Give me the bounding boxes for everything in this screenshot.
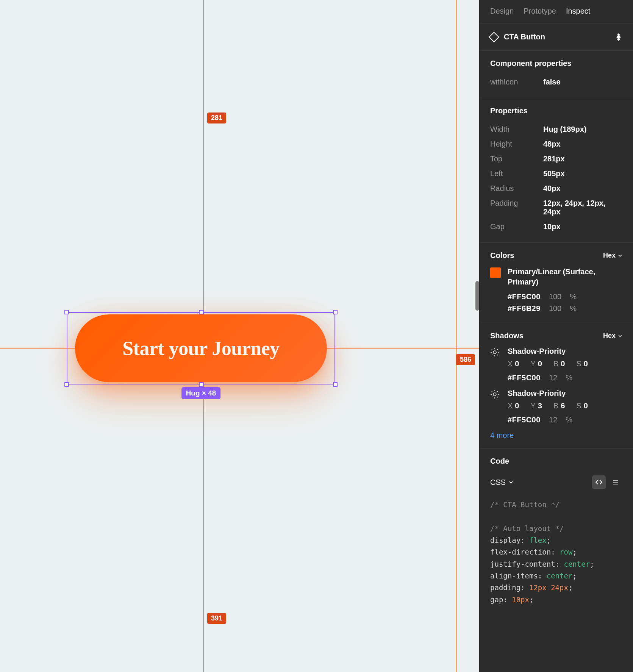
distance-badge-top: 281 xyxy=(207,113,226,123)
shadows-show-more[interactable]: 4 more xyxy=(490,431,622,440)
property-value: 281px xyxy=(543,155,622,163)
svg-point-0 xyxy=(493,351,496,354)
distance-badge-right: 586 xyxy=(456,354,475,365)
color-opacity: 100 xyxy=(549,292,561,301)
property-value: false xyxy=(543,78,622,86)
section-title: Colors xyxy=(490,251,514,260)
property-key: withIcon xyxy=(490,78,543,86)
section-title: Properties xyxy=(490,106,622,115)
property-key: Radius xyxy=(490,184,543,193)
property-value: 10px xyxy=(543,222,622,231)
selected-element-name: CTA Button xyxy=(504,33,609,41)
property-row[interactable]: Top281px xyxy=(490,152,622,166)
resize-handle-bm[interactable] xyxy=(199,382,203,387)
color-unit: % xyxy=(570,292,577,301)
property-key: Left xyxy=(490,169,543,178)
effect-icon xyxy=(490,348,501,384)
component-tree-icon[interactable] xyxy=(615,33,622,41)
section-properties: Properties WidthHug (189px)Height48pxTop… xyxy=(480,98,633,243)
property-row[interactable]: Height48px xyxy=(490,137,622,152)
effect-icon xyxy=(490,390,501,426)
section-title: Shadows xyxy=(490,331,524,340)
selection-size-badge: Hug × 48 xyxy=(181,387,221,399)
shadow-color: #FF5C0012% xyxy=(508,414,622,426)
svg-line-16 xyxy=(492,397,492,397)
shadow-color: #FF5C0012% xyxy=(508,372,622,384)
section-title: Component properties xyxy=(490,59,622,68)
chevron-down-icon xyxy=(618,253,622,258)
section-component-properties: Component properties withIconfalse xyxy=(480,51,633,98)
code-view-icon[interactable] xyxy=(592,475,606,489)
resize-handle-tm[interactable] xyxy=(199,310,203,314)
svg-line-5 xyxy=(492,349,492,350)
svg-line-14 xyxy=(492,391,492,392)
svg-point-9 xyxy=(493,393,496,396)
property-row[interactable]: withIconfalse xyxy=(490,75,622,89)
svg-line-15 xyxy=(497,397,498,397)
property-row[interactable]: Radius40px xyxy=(490,181,622,196)
design-canvas[interactable]: 281 586 391 Start your Journey Hug × 48 xyxy=(0,0,479,672)
code-block[interactable]: /* CTA Button */ /* Auto layout */ displ… xyxy=(490,499,622,606)
component-icon xyxy=(489,31,499,42)
shadow-item[interactable]: Shadow-PriorityX0Y0B0S0#FF5C0012% xyxy=(490,347,622,384)
property-row[interactable]: Padding12px, 24px, 12px, 24px xyxy=(490,196,622,219)
property-key: Height xyxy=(490,140,543,148)
color-style-name: Primary/Linear (Surface, Primary) xyxy=(508,267,622,287)
shadow-format-dropdown[interactable]: Hex xyxy=(603,332,622,340)
property-key: Top xyxy=(490,155,543,163)
property-value: 48px xyxy=(543,140,622,148)
color-hex: #FF6B29 xyxy=(508,304,541,313)
property-value: 40px xyxy=(543,184,622,193)
color-stop[interactable]: #FF5C00100% xyxy=(508,291,622,303)
color-swatch xyxy=(490,267,501,278)
chevron-down-icon xyxy=(618,334,622,338)
tab-prototype[interactable]: Prototype xyxy=(524,7,556,16)
cta-button-label: Start your Journey xyxy=(122,337,280,359)
shadow-xybs: X0Y0B0S0 xyxy=(508,359,622,368)
section-title: Code xyxy=(490,457,509,466)
color-format-value: Hex xyxy=(603,252,616,259)
property-key: Gap xyxy=(490,222,543,231)
code-language-value: CSS xyxy=(490,478,506,487)
tab-design[interactable]: Design xyxy=(490,7,514,16)
section-code: Code CSS /* CTA Button */ /* Auto layout… xyxy=(480,449,633,621)
selection[interactable]: Start your Journey Hug × 48 xyxy=(67,312,335,384)
resize-handle-bl[interactable] xyxy=(64,382,69,387)
property-row[interactable]: Gap10px xyxy=(490,219,622,234)
tab-inspect[interactable]: Inspect xyxy=(566,7,590,16)
property-key: Width xyxy=(490,125,543,134)
panel-tabs: Design Prototype Inspect xyxy=(480,0,633,23)
color-stop[interactable]: #FF6B29100% xyxy=(508,303,622,314)
section-colors: Colors Hex Primary/Linear (Surface, Prim… xyxy=(480,243,633,323)
property-key: Padding xyxy=(490,199,543,216)
color-item[interactable]: Primary/Linear (Surface, Primary) #FF5C0… xyxy=(490,267,622,314)
property-value: Hug (189px) xyxy=(543,125,622,134)
color-unit: % xyxy=(570,304,577,313)
shadow-item[interactable]: Shadow-PriorityX0Y3B6S0#FF5C0012% xyxy=(490,389,622,426)
color-opacity: 100 xyxy=(549,304,561,313)
shadow-name: Shadow-Priority xyxy=(508,347,622,356)
svg-line-7 xyxy=(492,355,492,355)
table-view-icon[interactable] xyxy=(609,475,622,489)
distance-badge-bottom: 391 xyxy=(207,613,226,624)
property-row[interactable]: Left505px xyxy=(490,166,622,181)
cta-button[interactable]: Start your Journey xyxy=(75,314,327,382)
shadow-xybs: X0Y3B6S0 xyxy=(508,402,622,410)
shadow-format-value: Hex xyxy=(603,332,616,340)
guide-vertical-right xyxy=(456,0,456,672)
inspector-panel: Design Prototype Inspect CTA Button Comp… xyxy=(479,0,633,672)
code-language-dropdown[interactable]: CSS xyxy=(490,478,513,487)
resize-handle-tl[interactable] xyxy=(64,310,69,314)
selected-element-header: CTA Button xyxy=(480,23,633,51)
svg-line-6 xyxy=(497,355,498,355)
property-row[interactable]: WidthHug (189px) xyxy=(490,122,622,137)
svg-line-17 xyxy=(497,391,498,392)
shadow-name: Shadow-Priority xyxy=(508,389,622,398)
color-format-dropdown[interactable]: Hex xyxy=(603,252,622,259)
resize-handle-tr[interactable] xyxy=(333,310,338,314)
panel-scrollbar[interactable] xyxy=(475,281,479,311)
section-shadows: Shadows Hex Shadow-PriorityX0Y0B0S0#FF5C… xyxy=(480,323,633,449)
property-value: 12px, 24px, 12px, 24px xyxy=(543,199,622,216)
property-value: 505px xyxy=(543,169,622,178)
resize-handle-br[interactable] xyxy=(333,382,338,387)
